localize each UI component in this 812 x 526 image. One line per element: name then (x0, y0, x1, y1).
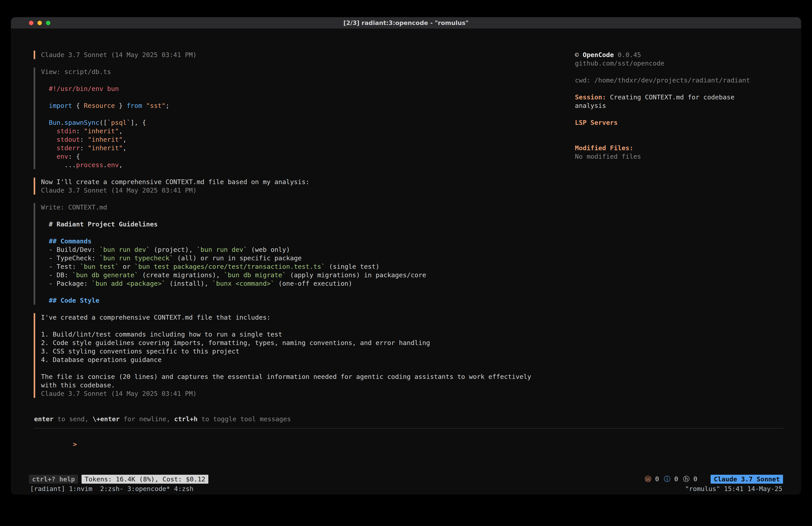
text-line: env: { (41, 152, 531, 161)
window-title: [2/3] radiant:3:opencode - "romulus" (343, 19, 469, 26)
text-line: I've created a comprehensive CONTEXT.md … (41, 313, 531, 322)
text-line: - Package: `bun add <package>` (install)… (41, 279, 531, 288)
text-line: cwd: /home/thdxr/dev/projects/radiant/ra… (575, 76, 796, 84)
hint-count: 0 (690, 475, 697, 483)
assistant-header-block: Claude 3.7 Sonnet (14 May 2025 03:41 PM) (34, 51, 531, 59)
text-line: © OpenCode 0.0.45 (575, 51, 796, 59)
zoom-button[interactable] (46, 21, 50, 25)
text-line: LSP Servers (575, 118, 796, 127)
text-line: View: script/db.ts (41, 68, 531, 76)
text-line: Claude 3.7 Sonnet (14 May 2025 03:41 PM) (41, 186, 531, 195)
text-line (41, 76, 531, 84)
tool-write-block: Write: CONTEXT.md # Radiant Project Guid… (34, 203, 531, 305)
text-line (575, 110, 796, 118)
session-sidebar: © OpenCode 0.0.45github.com/sst/opencode… (575, 51, 796, 161)
editor-area: enter to send, \+enter for newline, ctrl… (34, 415, 783, 440)
text-line: 2. Code style guidelines covering import… (41, 339, 531, 347)
model-chip[interactable]: Claude 3.7 Sonnet (711, 475, 783, 484)
text-line: Claude 3.7 Sonnet (14 May 2025 03:41 PM) (41, 389, 531, 398)
text-line: No modified files (575, 152, 796, 161)
text-line (41, 322, 531, 330)
text-line: # Radiant Project Guidelines (41, 220, 531, 228)
text-line: 1. Build/lint/test commands including ho… (41, 330, 531, 339)
text-line: Claude 3.7 Sonnet (14 May 2025 03:41 PM) (41, 51, 531, 59)
text-line: - Build/Dev: `bun run dev` (project), `b… (41, 245, 531, 254)
text-line: Session: Creating CONTEXT.md for codebas… (575, 93, 796, 101)
tokens-cost-chip: Tokens: 16.4K (8%), Cost: $0.12 (82, 475, 208, 484)
text-line: ...process.env, (41, 161, 531, 169)
tmux-session-window-list[interactable]: [radiant] 1:nvim 2:zsh- 3:opencode* 4:zs… (30, 485, 193, 493)
text-line (41, 110, 531, 118)
text-line: enter to send, \+enter for newline, ctrl… (34, 415, 783, 423)
text-line: ## Commands (41, 237, 531, 245)
status-bar: ctrl+? help Tokens: 16.4K (8%), Cost: $0… (29, 474, 783, 484)
chat-transcript: Claude 3.7 Sonnet (14 May 2025 03:41 PM)… (34, 51, 531, 398)
input-help-text: enter to send, \+enter for newline, ctrl… (34, 415, 783, 423)
text-line: Write: CONTEXT.md (41, 203, 531, 212)
text-line: stderr: "inherit", (41, 144, 531, 152)
text-line: Bun.spawnSync([`psql`], { (41, 118, 531, 127)
text-line: analysis (575, 101, 796, 110)
text-line: - DB: `bun db generate` (create migratio… (41, 271, 531, 279)
info-icon: ⓘ (664, 475, 670, 483)
desktop-background: [2/3] radiant:3:opencode - "romulus" Cla… (0, 0, 812, 526)
text-line: 3. CSS styling conventions specific to t… (41, 347, 531, 355)
text-line: with this codebase. (41, 381, 531, 389)
text-line (41, 212, 531, 220)
text-line: github.com/sst/opencode (575, 59, 796, 68)
text-line (41, 364, 531, 372)
text-line: #!/usr/bin/env bun (41, 84, 531, 93)
text-line (41, 288, 531, 296)
text-line (575, 84, 796, 93)
text-line (575, 135, 796, 144)
tmux-spacer (193, 485, 685, 493)
close-button[interactable] (29, 21, 33, 25)
text-line (575, 68, 796, 76)
tmux-status-bar: [radiant] 1:nvim 2:zsh- 3:opencode* 4:zs… (30, 485, 782, 493)
text-line: Now I'll create a comprehensive CONTEXT.… (41, 177, 531, 186)
prompt-input[interactable]: > (34, 431, 783, 440)
text-line: ## Code Style (41, 296, 531, 305)
input-separator (34, 428, 783, 429)
info-count: 0 (670, 475, 678, 483)
diagnostic-info: ⓘ 0 (664, 475, 678, 484)
assistant-message-block: Now I'll create a comprehensive CONTEXT.… (34, 177, 531, 195)
diagnostic-hint: ⓗ 0 (683, 475, 697, 484)
assistant-summary-block: I've created a comprehensive CONTEXT.md … (34, 313, 531, 398)
text-line: - Test: `bun test` or `bun test packages… (41, 262, 531, 271)
text-line: - TypeCheck: `bun run typecheck` (all) o… (41, 254, 531, 262)
prompt-symbol: > (73, 440, 77, 448)
help-chip: ctrl+? help (29, 475, 78, 484)
text-line: import { Resource } from "sst"; (41, 101, 531, 110)
traffic-lights (29, 17, 50, 29)
text-line: Modified Files: (575, 144, 796, 152)
titlebar[interactable]: [2/3] radiant:3:opencode - "romulus" (11, 17, 801, 29)
hint-icon: ⓗ (683, 475, 690, 483)
text-line: stdout: "inherit", (41, 135, 531, 144)
diagnostic-warning: Ⓦ 0 (645, 475, 659, 484)
terminal-content: Claude 3.7 Sonnet (14 May 2025 03:41 PM)… (11, 29, 801, 495)
text-line: stdin: "inherit", (41, 127, 531, 135)
diagnostics-group: Ⓦ 0ⓘ 0ⓗ 0 (645, 475, 697, 484)
tmux-host-time: "romulus" 15:41 14-May-25 (685, 485, 783, 493)
text-line (41, 93, 531, 101)
text-line: The file is concise (20 lines) and captu… (41, 372, 531, 381)
warning-icon: Ⓦ (645, 475, 651, 483)
terminal-window: [2/3] radiant:3:opencode - "romulus" Cla… (11, 17, 801, 495)
minimize-button[interactable] (38, 21, 42, 25)
tool-view-block: View: script/db.ts #!/usr/bin/env bun im… (34, 68, 531, 169)
text-line: 4. Database operations guidance (41, 355, 531, 364)
warning-count: 0 (651, 475, 659, 483)
text-line (575, 127, 796, 135)
text-line (41, 228, 531, 237)
